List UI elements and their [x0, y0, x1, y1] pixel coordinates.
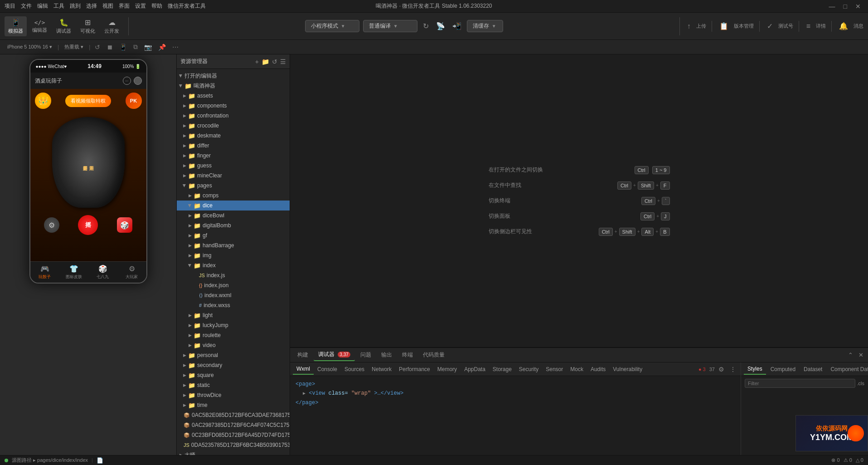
phone-menu-dots[interactable]: ··· [123, 77, 131, 85]
breadcrumb[interactable]: 源图路径 ▸ pages/dice/index/index [12, 457, 88, 464]
version-label[interactable]: 版本管理 [734, 23, 754, 29]
menu-settings[interactable]: 设置 [135, 2, 146, 10]
folder-assets[interactable]: ▶ 📁 assets [177, 91, 290, 101]
file-cache2[interactable]: 📦 0AC2987385D172BF6CA4F074C5C17533... [177, 420, 290, 430]
file-cache1[interactable]: 📦 0AC5B2E085D172BF6CA3DAE736817533... [177, 410, 290, 420]
folder-index[interactable]: ▶ 📁 index [177, 260, 290, 270]
menu-select[interactable]: 选择 [86, 2, 97, 10]
folder-confrontation[interactable]: ▶ 📁 confrontation [177, 111, 290, 121]
notify-label[interactable]: 消息 [853, 23, 863, 29]
file-index-json[interactable]: {} index.json [177, 280, 290, 290]
folder-luckyjump[interactable]: ▶ 📁 luckyJump [177, 320, 290, 330]
copy-btn[interactable]: ⧉ [131, 42, 140, 52]
filter-input[interactable] [745, 379, 855, 388]
file-cache3[interactable]: 📦 0C23BFD085D172BF6A45D7D74FD1753... [177, 430, 290, 440]
collapse-all-icon[interactable]: ☰ [280, 58, 286, 65]
folder-personal[interactable]: ▶ 📁 personal [177, 350, 290, 360]
section-opened-editors[interactable]: ▶ 打开的编辑器 [177, 71, 290, 81]
folder-time[interactable]: ▶ 📁 time [177, 400, 290, 410]
folder-static[interactable]: ▶ 📁 static [177, 380, 290, 390]
upload-label[interactable]: 上传 [696, 23, 706, 29]
nav-score[interactable]: 🎲 七八九 [88, 262, 117, 283]
folder-square[interactable]: ▶ 📁 square [177, 370, 290, 380]
more-options-icon[interactable]: ⋮ [728, 366, 738, 373]
upload-button[interactable]: ↑ [685, 20, 693, 32]
error-count[interactable]: ⊗ 0 [831, 457, 839, 463]
tab-memory[interactable]: Memory [434, 364, 461, 374]
folder-components[interactable]: ▶ 📁 components [177, 101, 290, 111]
folder-finger[interactable]: ▶ 📁 finger [177, 151, 290, 161]
testaccount-label[interactable]: 测试号 [778, 23, 793, 29]
folder-gf[interactable]: ▶ 📁 gf [177, 230, 290, 240]
tab-sensor[interactable]: Sensor [542, 364, 567, 374]
right-tab-styles[interactable]: Styles [744, 364, 766, 375]
testaccount-button[interactable]: ✓ [765, 20, 775, 32]
dice-btn[interactable]: 🎲 [117, 217, 132, 233]
nav-store[interactable]: 👕 图标皮肤 [59, 262, 88, 283]
folder-video[interactable]: ▶ 📁 video [177, 340, 290, 350]
location-btn[interactable]: 📌 [156, 43, 168, 52]
menu-edit[interactable]: 编辑 [37, 2, 48, 10]
folder-project-root[interactable]: ▶ 📁 喝酒神器 [177, 81, 290, 91]
nav-game[interactable]: 🎮 玩骰子 [30, 262, 59, 283]
version-button[interactable]: 📋 [718, 20, 730, 32]
folder-roulette[interactable]: ▶ 📁 roulette [177, 330, 290, 340]
folder-crocodile[interactable]: ▶ 📁 crocodile [177, 121, 290, 131]
compile-mode-select[interactable]: 小程序模式 ▼ [305, 20, 359, 32]
tab-mock[interactable]: Mock [567, 364, 587, 374]
phone-record-btn[interactable] [134, 77, 142, 85]
pk-btn[interactable]: PK [126, 93, 142, 109]
folder-deskmate[interactable]: ▶ 📁 deskmate [177, 131, 290, 141]
menu-tool[interactable]: 工具 [53, 2, 64, 10]
folder-secondary[interactable]: ▶ 📁 secondary [177, 360, 290, 370]
menu-project[interactable]: 项目 [5, 2, 15, 10]
refresh-button[interactable]: ↻ [421, 20, 431, 32]
folder-throwdice[interactable]: ▶ 📁 throwDice [177, 390, 290, 400]
tab-issues[interactable]: 问题 [356, 349, 376, 361]
tab-debug[interactable]: 调试器 3,37 [314, 349, 355, 361]
folder-pages[interactable]: ▶ 📁 pages [177, 181, 290, 191]
tab-security[interactable]: Security [515, 364, 542, 374]
crown-icon[interactable]: 👑 [35, 93, 51, 109]
nav-multi[interactable]: ⚙ 大玩家 [117, 262, 146, 283]
tool-simulator[interactable]: 📱 模拟器 [5, 16, 27, 36]
warn-count[interactable]: ⚠ 0 [844, 457, 852, 463]
refresh-tree-icon[interactable]: ↺ [272, 58, 277, 65]
notify-button[interactable]: 🔔 [837, 20, 850, 32]
menu-help[interactable]: 帮助 [151, 2, 162, 10]
hotload-btn[interactable]: 热重载 ▾ [62, 43, 86, 51]
minimize-button[interactable]: — [826, 2, 838, 11]
menu-wechat[interactable]: 微信开发者工具 [168, 2, 206, 10]
tab-codequality[interactable]: 代码质量 [418, 349, 449, 361]
tab-wxml[interactable]: Wxml [293, 364, 314, 375]
tab-terminal[interactable]: 终端 [398, 349, 417, 361]
expand-icon[interactable]: ⌃ [846, 351, 855, 359]
right-tab-dataset[interactable]: Dataset [800, 364, 826, 374]
folder-comps[interactable]: ▶ 📁 comps [177, 191, 290, 201]
menu-bar[interactable]: 项目 文件 编辑 工具 跳到 选择 视图 界面 设置 帮助 微信开发者工具 [5, 2, 206, 10]
folder-digitalbomb[interactable]: ▶ 📁 digitalBomb [177, 220, 290, 230]
right-tab-computed[interactable]: Computed [767, 364, 799, 374]
menu-file[interactable]: 文件 [21, 2, 32, 10]
refresh-sim-btn[interactable]: ↺ [93, 43, 102, 52]
tab-vulnerability[interactable]: Vulnerability [609, 364, 646, 374]
info-count[interactable]: △ 0 [856, 457, 863, 463]
file-index-wxml[interactable]: ⟨⟩ index.wxml [177, 290, 290, 300]
close-devtools-icon[interactable]: ✕ [857, 351, 865, 359]
folder-dice[interactable]: ▶ 📁 dice [177, 201, 290, 210]
device-selector[interactable]: iPhone 5 100% 16 ▾ [5, 43, 55, 51]
tool-cloud[interactable]: ☁ 云开发 [101, 16, 123, 36]
gear-btn[interactable]: ⚙ [44, 217, 59, 233]
tab-appdata[interactable]: AppData [461, 364, 489, 374]
settings-icon[interactable]: ⚙ [717, 366, 726, 373]
tab-sources[interactable]: Sources [341, 364, 368, 374]
folder-light[interactable]: ▶ 📁 light [177, 310, 290, 320]
new-folder-icon[interactable]: 📁 [262, 58, 269, 65]
tab-build[interactable]: 构建 [293, 349, 313, 361]
phone-controls[interactable]: ··· [123, 77, 142, 85]
menu-goto[interactable]: 跳到 [70, 2, 81, 10]
video-btn[interactable]: 看视频领取特权 [65, 95, 111, 107]
expand-arrow[interactable]: ▶ [303, 391, 305, 396]
close-button[interactable]: ✕ [853, 2, 863, 11]
right-tab-component-data[interactable]: Component Data [827, 364, 868, 374]
